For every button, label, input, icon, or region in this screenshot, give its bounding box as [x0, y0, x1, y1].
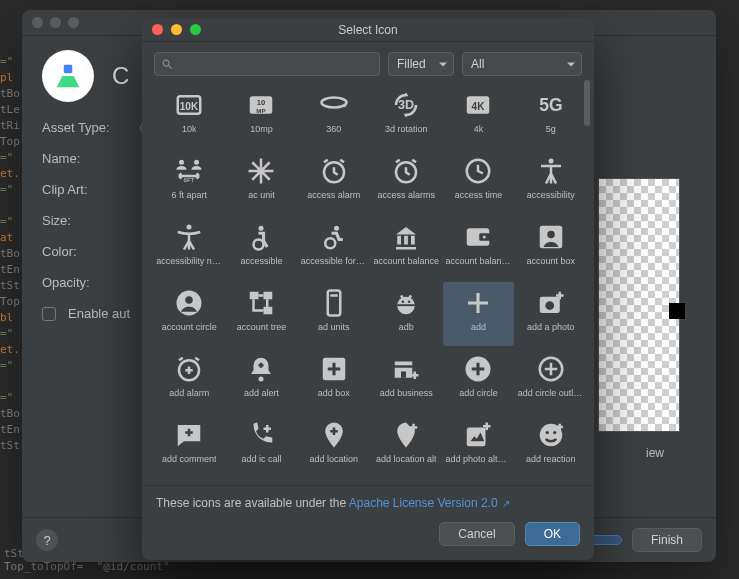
icon-label: 10mp — [250, 124, 273, 134]
enable-auto-checkbox[interactable] — [42, 307, 56, 321]
cancel-button[interactable]: Cancel — [439, 522, 514, 546]
icon-add_alert[interactable]: add alert — [226, 348, 296, 412]
preview-label: iew — [646, 446, 664, 460]
category-select[interactable]: All — [462, 52, 582, 76]
search-icon — [161, 58, 174, 71]
ok-button[interactable]: OK — [525, 522, 580, 546]
icon-label: add photo alternate — [445, 454, 511, 464]
icon-3d_rotation[interactable]: 3d rotation — [371, 84, 441, 148]
minimize-icon[interactable] — [171, 24, 182, 35]
name-label: Name: — [42, 151, 128, 166]
svg-rect-0 — [64, 65, 73, 74]
icon-label: add ic call — [241, 454, 281, 464]
icon-6_ft_apart[interactable]: 6 ft apart — [154, 150, 224, 214]
zoom-icon — [68, 17, 79, 28]
icon-access_time[interactable]: access time — [443, 150, 513, 214]
style-select[interactable]: Filled — [388, 52, 454, 76]
icon-accessibility[interactable]: accessibility — [516, 150, 586, 214]
icon-5g[interactable]: 5g — [516, 84, 586, 148]
zoom-icon[interactable] — [190, 24, 201, 35]
3d_rotation-icon — [389, 88, 423, 122]
icon-account_tree[interactable]: account tree — [226, 282, 296, 346]
360-icon — [317, 88, 351, 122]
icon-accessible_forward[interactable]: accessible forward — [299, 216, 369, 280]
icon-grid: 10k10mp3603d rotation4k5g6 ft apartac un… — [154, 84, 586, 485]
clip-art-label: Clip Art: — [42, 182, 128, 197]
close-icon[interactable] — [32, 17, 43, 28]
icon-label: add comment — [162, 454, 217, 464]
modal-title: Select Icon — [338, 23, 397, 37]
icon-label: accessibility — [527, 190, 575, 200]
add_circle-icon — [461, 352, 495, 386]
category-select-value: All — [471, 57, 484, 71]
icon-label: add circle outline — [518, 388, 584, 398]
icon-add_a_photo[interactable]: add a photo — [516, 282, 586, 346]
icon-add_comment[interactable]: add comment — [154, 414, 224, 478]
icon-label: add circle — [459, 388, 498, 398]
icon-label: add location alt — [376, 454, 437, 464]
icon-account_balance[interactable]: account balance — [371, 216, 441, 280]
icon-add_location[interactable]: add location — [299, 414, 369, 478]
ad_units-icon — [317, 286, 351, 320]
icon-account_box[interactable]: account box — [516, 216, 586, 280]
10k-icon — [172, 88, 206, 122]
icon-add_box[interactable]: add box — [299, 348, 369, 412]
icon-adb[interactable]: adb — [371, 282, 441, 346]
add_alert-icon — [244, 352, 278, 386]
icon-label: access time — [455, 190, 503, 200]
search-field[interactable] — [154, 52, 380, 76]
icon-label: ac unit — [248, 190, 275, 200]
icon-account_balance_wallet[interactable]: account balance wallet — [443, 216, 513, 280]
icon-10k[interactable]: 10k — [154, 84, 224, 148]
icon-add_business[interactable]: add business — [371, 348, 441, 412]
license-note: These icons are available under the Apac… — [142, 485, 594, 516]
add_business-icon — [389, 352, 423, 386]
icon-access_alarms[interactable]: access alarms — [371, 150, 441, 214]
icon-add[interactable]: add — [443, 282, 513, 346]
icon-label: add alert — [244, 388, 279, 398]
icon-account_circle[interactable]: account circle — [154, 282, 224, 346]
account_tree-icon — [244, 286, 278, 320]
icon-label: adb — [399, 322, 414, 332]
icon-add_ic_call[interactable]: add ic call — [226, 414, 296, 478]
accessible_forward-icon — [317, 220, 351, 254]
icon-label: add business — [380, 388, 433, 398]
icon-accessible[interactable]: accessible — [226, 216, 296, 280]
icon-access_alarm[interactable]: access alarm — [299, 150, 369, 214]
close-icon[interactable] — [152, 24, 163, 35]
search-input[interactable] — [179, 57, 373, 71]
add_box-icon — [317, 352, 351, 386]
icon-label: 6 ft apart — [171, 190, 207, 200]
icon-label: add box — [318, 388, 350, 398]
icon-grid-scrollbar[interactable] — [584, 80, 590, 490]
add_comment-icon — [172, 418, 206, 452]
finish-button[interactable]: Finish — [632, 528, 702, 552]
icon-add_location_alt[interactable]: add location alt — [371, 414, 441, 478]
icon-label: 4k — [474, 124, 484, 134]
icon-ad_units[interactable]: ad units — [299, 282, 369, 346]
scroll-thumb[interactable] — [584, 80, 590, 126]
license-link[interactable]: Apache License Version 2.0 ↗ — [349, 496, 511, 510]
icon-ac_unit[interactable]: ac unit — [226, 150, 296, 214]
size-label: Size: — [42, 213, 128, 228]
icon-label: access alarms — [377, 190, 435, 200]
10mp-icon — [244, 88, 278, 122]
add_ic_call-icon — [244, 418, 278, 452]
icon-label: account balance wallet — [445, 256, 511, 266]
icon-label: add — [471, 322, 486, 332]
add_reaction-icon — [534, 418, 568, 452]
icon-add_alarm[interactable]: add alarm — [154, 348, 224, 412]
icon-add_circle[interactable]: add circle — [443, 348, 513, 412]
icon-360[interactable]: 360 — [299, 84, 369, 148]
access_time-icon — [461, 154, 495, 188]
preview-checkerboard — [598, 178, 680, 432]
icon-add_photo_alternate[interactable]: add photo alternate — [443, 414, 513, 478]
icon-4k[interactable]: 4k — [443, 84, 513, 148]
icon-add_reaction[interactable]: add reaction — [516, 414, 586, 478]
add_location-icon — [317, 418, 351, 452]
icon-add_circle_outline[interactable]: add circle outline — [516, 348, 586, 412]
icon-accessibility_new[interactable]: accessibility new — [154, 216, 224, 280]
help-button[interactable]: ? — [36, 529, 58, 551]
icon-10mp[interactable]: 10mp — [226, 84, 296, 148]
icon-label: account balance — [373, 256, 439, 266]
